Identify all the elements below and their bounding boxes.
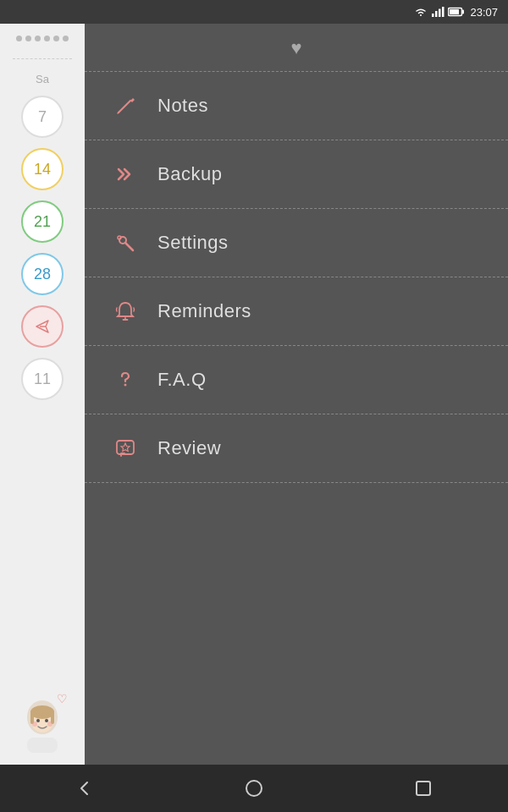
menu-item-backup[interactable]: Backup (85, 140, 508, 209)
arrows-icon (113, 162, 137, 186)
sidebar-dots (16, 36, 69, 41)
send-button[interactable] (21, 305, 64, 348)
dot-1 (16, 36, 22, 41)
calendar-day-7[interactable]: 7 (21, 96, 64, 138)
svg-point-17 (47, 721, 52, 727)
svg-rect-9 (27, 738, 58, 753)
settings-label: Settings (157, 232, 229, 254)
svg-line-18 (119, 101, 130, 112)
svg-point-16 (32, 721, 37, 727)
wifi-icon (414, 7, 428, 17)
reminders-label: Reminders (157, 300, 251, 322)
calendar-day-28[interactable]: 28 (21, 253, 64, 295)
day-label: Sa (36, 73, 49, 85)
wrench-icon (113, 231, 137, 255)
notes-icon-wrapper (110, 91, 141, 121)
heart-header: ♥ (85, 24, 508, 72)
review-label: Review (157, 437, 221, 459)
dot-4 (44, 36, 50, 41)
signal-icon (431, 7, 444, 17)
question-icon (113, 368, 137, 392)
menu-item-notes[interactable]: Notes (85, 72, 508, 140)
svg-marker-27 (121, 443, 130, 452)
backup-label: Backup (157, 163, 222, 185)
send-icon (34, 318, 51, 335)
dot-2 (25, 36, 31, 41)
menu-item-settings[interactable]: Settings (85, 209, 508, 277)
svg-point-14 (36, 719, 40, 722)
star-icon (113, 436, 137, 460)
svg-point-15 (45, 719, 48, 722)
sidebar-avatar: ♡ (14, 695, 71, 756)
notes-label: Notes (157, 95, 208, 117)
svg-line-21 (125, 243, 133, 250)
settings-icon-wrapper (110, 228, 141, 258)
faq-label: F.A.Q (157, 369, 207, 391)
faq-icon-wrapper (110, 365, 141, 395)
svg-rect-2 (439, 9, 441, 18)
menu-item-reminders[interactable]: Reminders (85, 277, 508, 346)
menu-item-faq[interactable]: F.A.Q (85, 346, 508, 414)
dot-6 (63, 36, 69, 41)
home-button[interactable] (229, 771, 279, 805)
calendar-day-21[interactable]: 21 (21, 200, 64, 243)
status-time: 23:07 (470, 6, 498, 19)
bottom-nav (0, 765, 508, 812)
svg-rect-29 (417, 782, 430, 795)
review-icon-wrapper (110, 433, 141, 464)
calendar-day-11[interactable]: 11 (21, 358, 64, 400)
menu-item-review[interactable]: Review (85, 414, 508, 483)
svg-point-11 (30, 705, 54, 719)
backup-icon-wrapper (110, 159, 141, 189)
dot-3 (35, 36, 41, 41)
sidebar-divider-top (13, 58, 72, 59)
pencil-icon (113, 94, 137, 118)
svg-rect-5 (450, 9, 459, 14)
avatar-heart-icon: ♡ (57, 692, 68, 705)
reminders-icon-wrapper (110, 296, 141, 326)
back-button[interactable] (59, 771, 110, 805)
status-icons (414, 7, 465, 17)
battery-icon (448, 7, 465, 17)
svg-rect-1 (435, 11, 438, 17)
recent-button[interactable] (398, 771, 449, 805)
home-circle-icon (244, 778, 264, 798)
svg-rect-3 (442, 7, 444, 17)
bell-icon (113, 299, 137, 323)
calendar-day-14[interactable]: 14 (21, 148, 64, 190)
svg-point-28 (246, 781, 262, 796)
svg-point-25 (124, 384, 127, 387)
svg-rect-0 (432, 14, 434, 17)
main-layout: Sa 7 14 21 28 11 ♡ (0, 24, 508, 765)
content-area: ♥ Notes Backup (85, 24, 508, 765)
header-heart-icon: ♥ (290, 37, 301, 59)
status-bar: 23:07 (0, 0, 508, 24)
sidebar: Sa 7 14 21 28 11 ♡ (0, 24, 85, 765)
back-arrow-icon (75, 778, 95, 798)
svg-rect-6 (462, 10, 464, 14)
recent-rect-icon (413, 778, 433, 798)
dot-5 (53, 36, 59, 41)
